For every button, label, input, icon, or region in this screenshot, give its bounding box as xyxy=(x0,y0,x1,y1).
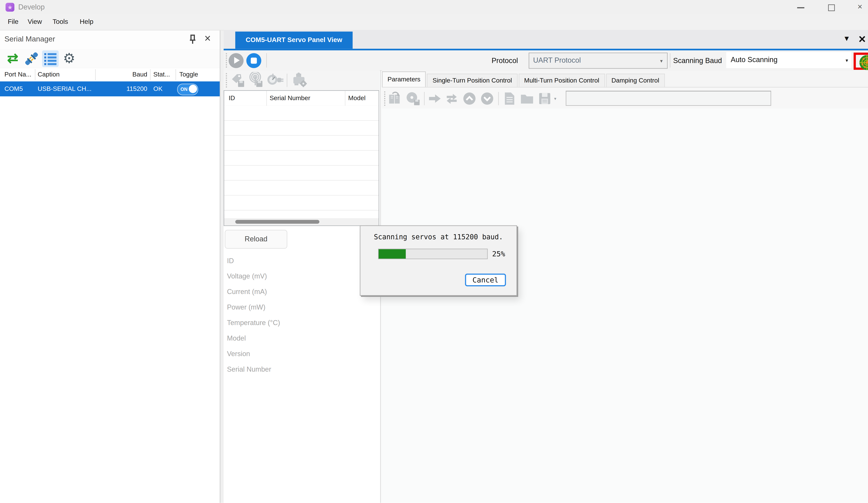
col-port-name[interactable]: Port Na... xyxy=(4,71,31,78)
tab-parameters[interactable]: Parameters xyxy=(382,71,426,87)
scanning-baud-label: Scanning Baud xyxy=(673,57,722,65)
servo-table-empty-rows xyxy=(224,106,379,214)
toolbar-drag-handle[interactable] xyxy=(226,53,227,68)
play-icon xyxy=(234,57,240,63)
play-button[interactable] xyxy=(229,53,244,68)
menu-tools[interactable]: Tools xyxy=(53,18,68,25)
protocol-select[interactable]: UART Protocol ▾ xyxy=(529,53,668,69)
parameter-input[interactable] xyxy=(566,91,771,106)
serial-manager-toolbar: ⇄ ⚙ xyxy=(0,49,220,69)
close-icon: × xyxy=(857,2,862,11)
progress-fill xyxy=(379,249,406,259)
scrollbar-thumb[interactable] xyxy=(235,220,319,224)
document-tab-strip: COM5-UART Servo Panel View ▼ × xyxy=(224,30,868,49)
servo-list-subpanel: ID Serial Number Model Reload ID Voltage… xyxy=(224,70,380,503)
param-voltage: Voltage (mV) xyxy=(227,272,280,281)
refresh-ports-icon[interactable]: ⇄ xyxy=(4,50,21,67)
scan-progress-bar xyxy=(378,249,488,259)
param-power: Power (mW) xyxy=(227,303,280,312)
chevron-down-icon: ▾ xyxy=(660,58,662,64)
servo-table-header: ID Serial Number Model xyxy=(224,91,379,106)
tab-com5-uart-servo-panel[interactable]: COM5-UART Servo Panel View xyxy=(235,32,352,49)
servo-panel-view: COM5-UART Servo Panel View ▼ × Protocol … xyxy=(224,30,868,503)
port-toggle-switch[interactable]: ON xyxy=(177,83,198,95)
maximize-icon xyxy=(828,4,835,11)
protocol-label: Protocol xyxy=(492,57,518,65)
tab-list-dropdown-icon[interactable]: ▼ xyxy=(843,34,850,43)
file-document-icon[interactable] xyxy=(502,91,517,109)
stop-button[interactable] xyxy=(246,53,261,68)
settings-gear-icon[interactable]: ⚙ xyxy=(61,50,78,67)
scanning-baud-select[interactable]: Auto Scanning ▾ xyxy=(726,52,851,68)
tab-multi-turn-position-control[interactable]: Multi-Turn Position Control xyxy=(519,74,605,87)
parameters-toolbar: ▾ xyxy=(382,87,868,109)
move-down-icon[interactable] xyxy=(479,91,495,109)
minimize-button[interactable] xyxy=(792,0,810,14)
servo-list-toolbar xyxy=(224,70,380,90)
progress-percent-label: 25% xyxy=(492,250,505,258)
write-arrow-icon[interactable] xyxy=(427,91,443,109)
stop-icon xyxy=(251,57,257,63)
row-caption: USB-SERIAL CH... xyxy=(38,85,92,92)
col-serial-number[interactable]: Serial Number xyxy=(270,95,310,101)
protocol-value: UART Protocol xyxy=(533,56,581,64)
col-baud[interactable]: Baud xyxy=(99,71,147,78)
save-dropdown-icon[interactable]: ▾ xyxy=(554,96,556,101)
servo-table: ID Serial Number Model xyxy=(224,90,379,226)
toolbar-drag-handle[interactable] xyxy=(384,91,385,106)
scan-servos-button[interactable] xyxy=(854,53,868,70)
toggle-knob xyxy=(189,84,197,93)
col-toggle[interactable]: Toggle xyxy=(179,71,198,78)
tab-damping-control[interactable]: Damping Control xyxy=(606,74,665,87)
tab-close-icon[interactable]: × xyxy=(859,32,866,47)
sync-arrows-icon[interactable] xyxy=(444,91,459,109)
close-button[interactable]: × xyxy=(852,0,868,14)
save-baud-wireless-icon[interactable] xyxy=(248,72,265,91)
control-tab-bar: Parameters Single-Turn Position Control … xyxy=(382,72,666,87)
param-temperature: Temperature (°C) xyxy=(227,318,280,327)
cancel-button[interactable]: Cancel xyxy=(465,274,506,286)
menu-file[interactable]: File xyxy=(8,18,19,25)
param-id: ID xyxy=(227,256,280,265)
serial-manager-title: Serial Manager xyxy=(4,35,55,43)
menu-view[interactable]: View xyxy=(28,18,42,25)
param-version: Version xyxy=(227,349,280,358)
export-disc-icon[interactable] xyxy=(405,91,421,109)
servo-motor-icon[interactable] xyxy=(291,72,309,91)
col-caption[interactable]: Caption xyxy=(38,71,60,78)
gauge-port-icon[interactable] xyxy=(266,72,284,91)
reload-button[interactable]: Reload xyxy=(225,230,288,248)
save-icon[interactable] xyxy=(537,91,552,109)
minimize-icon xyxy=(797,7,804,8)
maximize-button[interactable] xyxy=(822,0,841,14)
row-port-name: COM5 xyxy=(4,85,23,92)
pin-icon[interactable] xyxy=(187,34,198,45)
scale-wrapper: ★ Develop × File View Tools Help Serial … xyxy=(0,0,868,503)
menu-bar: File View Tools Help xyxy=(0,14,868,30)
param-current: Current (mA) xyxy=(227,287,280,296)
serial-manager-header: Serial Manager × xyxy=(0,30,220,49)
app-icon-star: ★ xyxy=(7,4,13,10)
parameter-label-list: ID Voltage (mV) Current (mA) Power (mW) … xyxy=(227,256,280,374)
move-up-icon[interactable] xyxy=(462,91,477,109)
serial-manager-panel: Serial Manager × ⇄ xyxy=(0,30,220,503)
col-model[interactable]: Model xyxy=(348,95,365,101)
connect-icon[interactable] xyxy=(23,50,40,67)
param-serial-number: Serial Number xyxy=(227,365,280,374)
toolbar-drag-handle[interactable] xyxy=(226,73,227,88)
parameters-content-area xyxy=(382,109,868,503)
col-id[interactable]: ID xyxy=(229,95,235,101)
tab-single-turn-position-control[interactable]: Single-Turn Position Control xyxy=(427,74,518,87)
import-book-icon[interactable] xyxy=(388,91,403,109)
horizontal-scrollbar[interactable] xyxy=(224,218,379,225)
col-status[interactable]: Stat... xyxy=(153,71,170,78)
chevron-down-icon: ▾ xyxy=(846,58,848,63)
servo-toolbar: Protocol UART Protocol ▾ Scanning Baud A… xyxy=(224,50,868,71)
table-row-com5[interactable]: COM5 USB-SERIAL CH... 115200 OK ON xyxy=(0,81,220,96)
port-list-icon[interactable] xyxy=(42,50,59,67)
menu-help[interactable]: Help xyxy=(80,18,93,25)
param-model: Model xyxy=(227,334,280,343)
save-id-tag-icon[interactable] xyxy=(230,72,246,91)
serial-manager-close-icon[interactable]: × xyxy=(202,32,214,45)
folder-open-icon[interactable] xyxy=(519,91,535,109)
